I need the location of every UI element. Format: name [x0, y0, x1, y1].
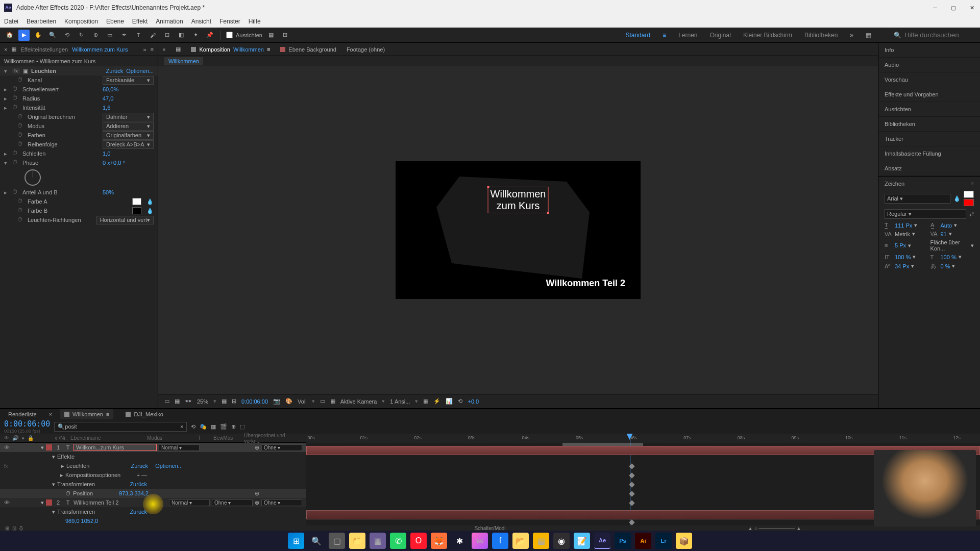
- transform-reset-link[interactable]: Zurück: [130, 509, 147, 515]
- taskbar-obs-icon[interactable]: ◉: [553, 533, 570, 549]
- font-family-dropdown[interactable]: Arial ▾: [885, 194, 950, 204]
- twirl-icon[interactable]: ▸: [4, 95, 9, 102]
- panel-audio[interactable]: Audio: [878, 58, 980, 72]
- label-column-icon[interactable]: 🏷: [55, 435, 60, 441]
- font-style-dropdown[interactable]: Regular ▾: [885, 209, 966, 219]
- taskbar-app4-icon[interactable]: 📦: [676, 533, 692, 549]
- taskbar-app2-icon[interactable]: ✱: [451, 533, 468, 549]
- fast-preview-icon[interactable]: ⚡: [433, 398, 440, 405]
- taskbar-opera-icon[interactable]: O: [410, 533, 427, 549]
- workspace-grid-icon[interactable]: ▦: [866, 32, 871, 39]
- anchor-tool[interactable]: ⊕: [90, 30, 101, 41]
- channel-icon[interactable]: 🎨: [285, 398, 292, 405]
- comp-tab-willkommen[interactable]: Komposition Willkommen ≡: [191, 46, 270, 53]
- close-button[interactable]: ✕: [968, 4, 976, 12]
- vscale-value[interactable]: 100 %: [895, 254, 911, 260]
- panel-contentaware[interactable]: Inhaltsbasierte Füllung: [878, 146, 980, 161]
- menu-bearbeiten[interactable]: Bearbeiten: [27, 18, 56, 25]
- layer-row-2[interactable]: 👁 ▾ 2 T Willkommen Teil 2 Normal ▾ Ohne …: [0, 498, 306, 507]
- taskbar-lightroom-icon[interactable]: Lr: [655, 533, 672, 549]
- snap-opt2-icon[interactable]: ⊞: [280, 30, 291, 41]
- twirl-icon[interactable]: ▾: [41, 499, 44, 506]
- panel-menu-icon[interactable]: ≡: [151, 46, 154, 53]
- parent-pickwhip-icon[interactable]: ⊚: [255, 444, 259, 451]
- blend-mode-dropdown[interactable]: Normal ▾: [159, 444, 200, 451]
- farbe-b-swatch[interactable]: [132, 207, 141, 214]
- comp-tab-footage[interactable]: Footage (ohne): [347, 46, 385, 53]
- timeline-search-input[interactable]: [65, 423, 180, 430]
- prop-anteil-value[interactable]: 50%: [103, 189, 154, 195]
- text-layer-2[interactable]: Willkommen Teil 2: [546, 278, 625, 289]
- layer-label-color[interactable]: [46, 499, 52, 506]
- stopwatch-icon[interactable]: ⏱: [12, 159, 19, 166]
- taskbar-app1-icon[interactable]: ▦: [370, 533, 386, 549]
- workspace-overflow-icon[interactable]: »: [850, 32, 853, 39]
- stopwatch-icon[interactable]: ⏱: [17, 122, 24, 130]
- panel-info[interactable]: Info: [878, 43, 980, 58]
- stopwatch-icon[interactable]: ⏱: [12, 86, 19, 93]
- menu-effekt[interactable]: Effekt: [132, 18, 148, 25]
- twirl-icon[interactable]: ▸: [61, 463, 64, 469]
- workspace-bibliotheken[interactable]: Bibliotheken: [804, 32, 838, 39]
- tl-tab-close-icon[interactable]: ×: [49, 411, 52, 417]
- menu-animation[interactable]: Animation: [156, 18, 183, 25]
- taskbar-aftereffects-icon[interactable]: Ae: [594, 533, 610, 549]
- pixel-aspect-icon[interactable]: ▦: [423, 398, 428, 405]
- snap-checkbox[interactable]: [226, 32, 233, 38]
- tracking-value[interactable]: 91: [941, 231, 947, 237]
- taskbar-messenger-icon[interactable]: ✉: [472, 533, 488, 549]
- effect-controls-tab[interactable]: Effekteinstellungen: [20, 46, 68, 53]
- menu-ebene[interactable]: Ebene: [106, 18, 124, 25]
- workspace-lernen[interactable]: Lernen: [678, 32, 697, 39]
- prop-original-dropdown[interactable]: Dahinter▾: [103, 113, 154, 121]
- brush-tool[interactable]: 🖌: [147, 30, 158, 41]
- orbit-tool[interactable]: ⟲: [61, 30, 72, 41]
- zoom-tool[interactable]: 🔍: [47, 30, 58, 41]
- camera-dropdown[interactable]: Aktive Kamera: [340, 398, 377, 405]
- visibility-icon[interactable]: 👁: [4, 444, 11, 450]
- prop-radius-value[interactable]: 47,0: [103, 95, 154, 102]
- taskbar-facebook-icon[interactable]: f: [492, 533, 508, 549]
- timeline-search[interactable]: 🔍 ×: [54, 422, 187, 432]
- eyedropper-icon[interactable]: 💧: [953, 195, 961, 202]
- leading-value[interactable]: Auto: [941, 222, 952, 229]
- visibility-icon[interactable]: 👁: [4, 499, 11, 506]
- tl-tab-willkommen[interactable]: Willkommen ≡: [60, 409, 113, 419]
- prop-richtungen-dropdown[interactable]: Horizontal und vert▾: [96, 216, 154, 224]
- twirl-icon[interactable]: ▸: [60, 472, 63, 479]
- tl-btn2-icon[interactable]: 🎭: [200, 423, 207, 430]
- layer-name[interactable]: Willkom...zum Kurs: [74, 444, 157, 451]
- blend-mode-dropdown[interactable]: Normal ▾: [169, 499, 210, 506]
- stopwatch-icon[interactable]: ⏱: [12, 104, 19, 111]
- viewer-timecode[interactable]: 0:00:06:00: [241, 398, 268, 405]
- taskbar-search-icon[interactable]: 🔍: [308, 533, 325, 549]
- parent-pickwhip-icon[interactable]: ⊚: [255, 499, 259, 506]
- tl-btn3-icon[interactable]: ▦: [211, 423, 216, 430]
- tl-tab-dji[interactable]: DJI_Mexiko: [121, 409, 167, 419]
- taskbar-explorer-icon[interactable]: 📁: [349, 533, 365, 549]
- tsume-value[interactable]: 0 %: [941, 263, 950, 269]
- prop-schwellenwert-value[interactable]: 60,0%: [103, 86, 154, 92]
- effect-reset-link[interactable]: Zurück: [106, 68, 124, 74]
- tl-btn4-icon[interactable]: 🎬: [220, 423, 227, 430]
- menu-fenster[interactable]: Fenster: [219, 18, 240, 25]
- comp-tab-background[interactable]: Ebene Background: [280, 46, 336, 53]
- stopwatch-icon[interactable]: ⏱: [12, 95, 19, 102]
- workspace-original[interactable]: Original: [710, 32, 731, 39]
- comp-tab-lock-icon[interactable]: ▦: [176, 46, 181, 53]
- puppet-tool[interactable]: 📌: [204, 30, 215, 41]
- help-search-input[interactable]: [904, 31, 976, 39]
- stopwatch-icon[interactable]: ⏱: [17, 132, 24, 139]
- transparency-icon[interactable]: ▦: [330, 398, 335, 405]
- twirl-icon[interactable]: ▸: [4, 151, 9, 157]
- stopwatch-icon[interactable]: ⏱: [65, 490, 71, 496]
- start-button[interactable]: ⊞: [288, 533, 304, 549]
- hand-tool[interactable]: ✋: [33, 30, 44, 41]
- panel-tracker[interactable]: Tracker: [878, 132, 980, 146]
- prop-phase-value[interactable]: 0 x+0,0 °: [103, 160, 154, 166]
- stroke-width-value[interactable]: 5 Px: [895, 242, 906, 248]
- workspace-standard[interactable]: Standard: [625, 32, 650, 39]
- res-icon[interactable]: ▦: [222, 398, 227, 405]
- transform-reset-link[interactable]: Zurück: [130, 481, 147, 487]
- menu-hilfe[interactable]: Hilfe: [249, 18, 261, 25]
